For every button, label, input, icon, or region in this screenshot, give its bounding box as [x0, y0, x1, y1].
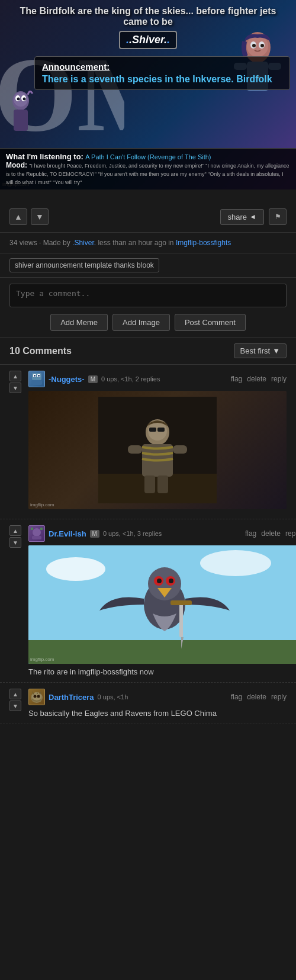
mood-row: Mood: "I have brought Peace, Freedom, Ju…	[6, 161, 290, 186]
comment-vote-col: ▲ ▼	[9, 371, 21, 393]
svg-rect-33	[144, 475, 155, 493]
comment-upvote[interactable]: ▲	[9, 525, 21, 536]
flag-link[interactable]: flag	[231, 693, 242, 701]
flag-button[interactable]: ⚑	[269, 208, 287, 225]
tag-area: shiver announcement template thanks bloo…	[0, 253, 296, 278]
share-label: share	[228, 213, 247, 221]
comment-badge: M	[90, 530, 99, 538]
comment-header: Dr.Evil-ish M 0 ups, <1h, 3 replies flag…	[28, 525, 296, 542]
comment-image: imgflip.com	[28, 545, 296, 664]
time-label: less than an hour ago in	[98, 239, 173, 247]
flag-link[interactable]: flag	[231, 375, 242, 383]
comment-input-area: Add Meme Add Image Post Comment	[0, 278, 296, 338]
imgflip-watermark-small: imgflip.com	[30, 657, 54, 662]
sort-label: Best first	[240, 346, 271, 355]
comment-username[interactable]: DarthTricera	[49, 693, 94, 702]
listening-row: What I'm listening to: A Path I Can't Fo…	[6, 152, 290, 161]
comment-meta: 0 ups, <1h, 2 replies	[101, 375, 160, 383]
downvote-button[interactable]: ▼	[31, 208, 49, 225]
comment-downvote[interactable]: ▼	[9, 701, 21, 711]
svg-rect-36	[31, 528, 33, 530]
share-icon: ◄	[249, 213, 256, 221]
image-placeholder: imgflip.com	[28, 391, 287, 509]
comment-header: -Nuggets- M 0 ups, <1h, 2 replies flag d…	[28, 371, 287, 387]
svg-point-49	[169, 579, 173, 583]
svg-rect-50	[179, 602, 183, 637]
comment-body: DarthTricera 0 ups, <1h flag delete repl…	[28, 689, 287, 718]
svg-rect-21	[34, 375, 36, 377]
delete-link[interactable]: delete	[247, 693, 266, 701]
sort-chevron-icon: ▼	[272, 346, 280, 355]
svg-point-2	[247, 36, 268, 57]
comment-upvote[interactable]: ▲	[9, 371, 21, 381]
announcement-box: Announcement: There is a seventh species…	[34, 56, 290, 90]
svg-rect-42	[28, 640, 296, 664]
delete-link[interactable]: delete	[261, 529, 281, 538]
meta-info: 34 views · Made by .Shiver. less than an…	[0, 233, 296, 253]
svg-point-41	[200, 550, 271, 576]
share-button[interactable]: share ◄	[220, 209, 264, 225]
svg-point-15	[17, 98, 20, 101]
reply-link[interactable]: reply	[285, 529, 296, 538]
delete-link[interactable]: delete	[247, 375, 266, 383]
listening-label: What I'm listening to:	[6, 152, 83, 161]
comment-upvote[interactable]: ▲	[9, 689, 21, 699]
meme-container: OM The Birdfolk are the king of the skie…	[0, 0, 296, 189]
comment-row-2: ▲ ▼ Dr.Evil-ish M 0 ups, <1h	[9, 525, 287, 676]
reply-link[interactable]: reply	[271, 693, 287, 701]
tag-box[interactable]: shiver announcement template thanks bloo…	[9, 258, 159, 272]
mood-text: "I have brought Peace, Freedom, Justice,…	[6, 163, 289, 185]
comment-body: Dr.Evil-ish M 0 ups, <1h, 3 replies flag…	[28, 525, 296, 676]
comments-header: 10 Comments Best first ▼	[0, 338, 296, 365]
comment-user-area: -Nuggets- M 0 ups, <1h, 2 replies	[28, 371, 160, 387]
svg-rect-23	[31, 380, 42, 385]
actions-bar: ▲ ▼ share ◄ ⚑	[0, 201, 296, 233]
add-meme-button[interactable]: Add Meme	[50, 314, 108, 331]
comment-input[interactable]	[9, 284, 287, 307]
meme-title: The Birdfolk are the king of the skies..…	[6, 6, 290, 27]
author-link[interactable]: .Shiver.	[72, 239, 96, 247]
svg-rect-17	[14, 110, 28, 131]
comment-item: ▲ ▼	[0, 683, 296, 724]
svg-point-6	[260, 44, 264, 47]
svg-point-40	[46, 557, 105, 581]
meme-bottom-info: What I'm listening to: A Path I Can't Fo…	[0, 148, 296, 189]
avatar	[28, 371, 45, 387]
comment-text: So basically the Eagles and Ravens from …	[28, 709, 287, 718]
comment-actions: flag delete reply	[231, 693, 287, 701]
shiver-badge: ..Shiver..	[119, 31, 177, 49]
comment-downvote[interactable]: ▼	[9, 537, 21, 548]
sort-dropdown[interactable]: Best first ▼	[234, 343, 287, 358]
upvote-button[interactable]: ▲	[9, 208, 27, 225]
comment-item: ▲ ▼ Dr.Evil-ish M 0 ups, <1h	[0, 519, 296, 683]
comment-actions: flag delete reply	[245, 529, 296, 538]
svg-rect-37	[40, 528, 43, 530]
comment-vote-col: ▲ ▼	[9, 689, 21, 711]
comment-user-area: DarthTricera 0 ups, <1h	[28, 689, 128, 705]
imgflip-watermark-small: imgflip.com	[30, 502, 54, 507]
add-image-button[interactable]: Add Image	[112, 314, 170, 331]
comment-meta: 0 ups, <1h, 3 replies	[103, 530, 162, 537]
comment-text: The rito are in imgflip-bossfights now	[28, 667, 296, 676]
comment-row-3: ▲ ▼	[9, 689, 287, 718]
listening-value: A Path I Can't Follow (Revenge of The Si…	[85, 153, 211, 160]
views-count: 34 views	[9, 239, 37, 247]
tag-text: shiver announcement template thanks bloo…	[15, 261, 154, 269]
community-link[interactable]: Imgflip-bossfights	[176, 239, 231, 247]
svg-rect-32	[173, 445, 187, 454]
comment-vote-col: ▲ ▼	[9, 525, 21, 548]
comment-downvote[interactable]: ▼	[9, 383, 21, 393]
comment-row-1: ▲ ▼ -Nugg	[9, 371, 287, 513]
comment-buttons: Add Meme Add Image Post Comment	[9, 314, 287, 331]
svg-rect-38	[32, 536, 41, 539]
comment-username[interactable]: -Nuggets-	[49, 375, 85, 384]
comment-username[interactable]: Dr.Evil-ish	[49, 529, 86, 538]
flag-link[interactable]: flag	[245, 529, 256, 538]
made-by-label: Made by	[43, 239, 70, 247]
svg-rect-31	[128, 445, 142, 454]
comment-image: imgflip.com	[28, 391, 287, 509]
vote-buttons: ▲ ▼	[9, 208, 49, 225]
comment-header: DarthTricera 0 ups, <1h flag delete repl…	[28, 689, 287, 705]
post-comment-button[interactable]: Post Comment	[175, 314, 246, 331]
reply-link[interactable]: reply	[271, 375, 287, 383]
